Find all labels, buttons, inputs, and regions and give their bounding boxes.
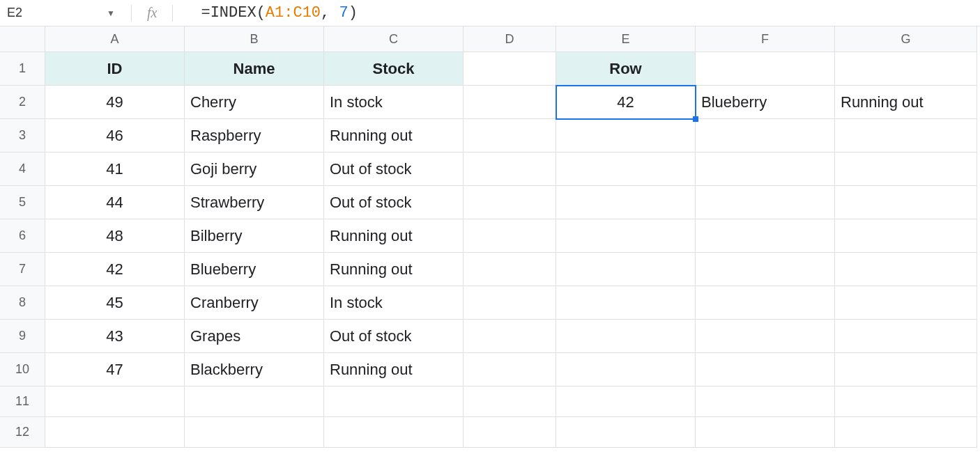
cell-A4[interactable]: 41 [45,153,185,186]
cell-F6[interactable] [696,219,835,253]
select-all-corner[interactable] [0,26,45,52]
cell-G10[interactable] [835,353,977,386]
cell-C10[interactable]: Running out [324,353,464,386]
col-header-A[interactable]: A [45,26,185,52]
cell-F4[interactable] [696,153,835,186]
cell-E9[interactable] [556,320,696,353]
cell-F10[interactable] [696,353,835,386]
row-header-6[interactable]: 6 [0,219,45,253]
cell-C1[interactable]: Stock [324,52,464,86]
cell-E7[interactable] [556,253,696,286]
formula-input[interactable]: =INDEX(A1:C10, 7) [178,4,980,22]
row-header-10[interactable]: 10 [0,353,45,386]
cell-D12[interactable] [464,417,556,448]
cell-F12[interactable] [696,417,835,448]
cell-C7[interactable]: Running out [324,253,464,286]
cell-D7[interactable] [464,253,556,286]
cell-B10[interactable]: Blackberry [185,353,324,386]
row-header-4[interactable]: 4 [0,153,45,186]
cell-C3[interactable]: Running out [324,119,464,153]
cell-G1[interactable] [835,52,977,86]
col-header-B[interactable]: B [185,26,324,52]
cell-E10[interactable] [556,353,696,386]
cell-D10[interactable] [464,353,556,386]
col-header-F[interactable]: F [696,26,835,52]
cell-E11[interactable] [556,386,696,417]
name-box[interactable]: E2 ▼ [0,6,125,20]
cell-E2[interactable]: 42 [556,86,696,119]
cell-F1[interactable] [696,52,835,86]
cell-C12[interactable] [324,417,464,448]
cell-E8[interactable] [556,286,696,320]
cell-B2[interactable]: Cherry [185,86,324,119]
cell-D1[interactable] [464,52,556,86]
cell-B9[interactable]: Grapes [185,320,324,353]
row-header-3[interactable]: 3 [0,119,45,153]
cell-B6[interactable]: Bilberry [185,219,324,253]
row-header-9[interactable]: 9 [0,320,45,353]
cell-A5[interactable]: 44 [45,186,185,219]
cell-E1[interactable]: Row [556,52,696,86]
cell-E5[interactable] [556,186,696,219]
row-header-2[interactable]: 2 [0,86,45,119]
cell-F2[interactable]: Blueberry [696,86,835,119]
cell-A9[interactable]: 43 [45,320,185,353]
dropdown-icon[interactable]: ▼ [107,8,115,18]
cell-G7[interactable] [835,253,977,286]
cell-B5[interactable]: Strawberry [185,186,324,219]
cell-G6[interactable] [835,219,977,253]
cell-E6[interactable] [556,219,696,253]
cell-B4[interactable]: Goji berry [185,153,324,186]
cell-G2[interactable]: Running out [835,86,977,119]
cell-A10[interactable]: 47 [45,353,185,386]
cell-B3[interactable]: Raspberry [185,119,324,153]
cell-G12[interactable] [835,417,977,448]
col-header-G[interactable]: G [835,26,977,52]
cell-D5[interactable] [464,186,556,219]
cell-A12[interactable] [45,417,185,448]
cell-D3[interactable] [464,119,556,153]
selection-handle[interactable] [693,116,698,122]
cell-A1[interactable]: ID [45,52,185,86]
cell-G11[interactable] [835,386,977,417]
cell-E3[interactable] [556,119,696,153]
row-header-11[interactable]: 11 [0,386,45,417]
cell-A3[interactable]: 46 [45,119,185,153]
cell-G4[interactable] [835,153,977,186]
cell-D6[interactable] [464,219,556,253]
cell-G3[interactable] [835,119,977,153]
cell-A6[interactable]: 48 [45,219,185,253]
cell-D4[interactable] [464,153,556,186]
cell-F9[interactable] [696,320,835,353]
cell-G9[interactable] [835,320,977,353]
cell-C8[interactable]: In stock [324,286,464,320]
cell-D2[interactable] [464,86,556,119]
cell-A8[interactable]: 45 [45,286,185,320]
cell-A7[interactable]: 42 [45,253,185,286]
cell-D9[interactable] [464,320,556,353]
cell-E4[interactable] [556,153,696,186]
cell-F7[interactable] [696,253,835,286]
cell-G5[interactable] [835,186,977,219]
cell-D8[interactable] [464,286,556,320]
cell-C4[interactable]: Out of stock [324,153,464,186]
cell-C9[interactable]: Out of stock [324,320,464,353]
cell-F11[interactable] [696,386,835,417]
cell-A2[interactable]: 49 [45,86,185,119]
cell-C11[interactable] [324,386,464,417]
cell-F3[interactable] [696,119,835,153]
row-header-7[interactable]: 7 [0,253,45,286]
cell-D11[interactable] [464,386,556,417]
cell-B8[interactable]: Cranberry [185,286,324,320]
cell-F8[interactable] [696,286,835,320]
row-header-12[interactable]: 12 [0,417,45,448]
row-header-5[interactable]: 5 [0,186,45,219]
cell-B11[interactable] [185,386,324,417]
cell-B12[interactable] [185,417,324,448]
cell-F5[interactable] [696,186,835,219]
cell-A11[interactable] [45,386,185,417]
col-header-C[interactable]: C [324,26,464,52]
cell-C5[interactable]: Out of stock [324,186,464,219]
col-header-D[interactable]: D [464,26,556,52]
cell-E12[interactable] [556,417,696,448]
